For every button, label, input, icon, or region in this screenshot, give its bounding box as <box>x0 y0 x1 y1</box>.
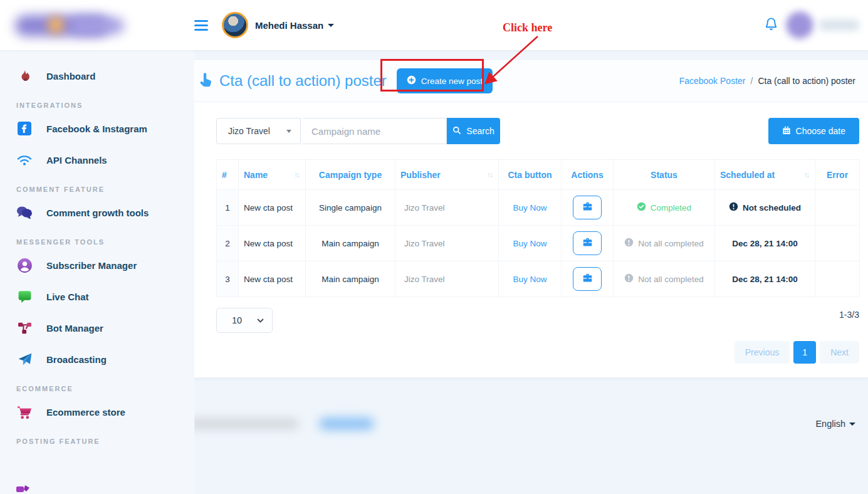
breadcrumb-facebook-poster[interactable]: Facebook Poster <box>679 76 746 86</box>
status-badge: Not all completed <box>638 275 703 284</box>
page-title: Cta (call to action) poster <box>219 72 387 90</box>
app-logo[interactable] <box>13 8 132 43</box>
cell-scheduled-at: Not scheduled <box>715 190 815 226</box>
sidebar-item-comment-growth-tools[interactable]: Comment growth tools <box>0 197 194 228</box>
cell-error <box>815 190 860 226</box>
column-header-actions: Actions <box>562 160 614 190</box>
page-size-select[interactable]: 10 <box>216 308 273 333</box>
cart-icon <box>16 404 33 420</box>
footer-link-blurred <box>319 418 374 430</box>
sidebar-section-ecommerce: ECOMMERCE <box>0 385 194 392</box>
sidebar-item-facebook-instagram[interactable]: Facebook & Instagram <box>0 113 194 144</box>
search-icon <box>452 126 461 137</box>
sidebar-item-bot-manager[interactable]: Bot Manager <box>0 312 194 344</box>
briefcase-icon <box>582 237 593 250</box>
cell-campaign-type: Main campaign <box>306 261 395 297</box>
page-header: Cta (call to action) poster Create new p… <box>194 60 868 102</box>
chevron-down-icon <box>328 24 334 27</box>
column-header-name[interactable]: Name↑↓ <box>239 160 306 190</box>
sidebar-item-label: Broadcasting <box>46 354 107 365</box>
sidebar-section-messenger-tools: MESSENGER TOOLS <box>0 238 194 246</box>
cell-num: 1 <box>217 190 239 226</box>
sidebar-item-ecommerce-store[interactable]: Ecommerce store <box>0 396 194 428</box>
column-header-publisher[interactable]: Publisher↑↓ <box>395 160 499 190</box>
cell-num: 2 <box>217 226 239 261</box>
next-page-button[interactable]: Next <box>820 341 859 364</box>
sidebar-item-subscriber-manager[interactable]: Subscriber Manager <box>0 250 194 281</box>
sidebar-item-label: Bot Manager <box>46 323 103 334</box>
sidebar: Dashboard INTEGRATIONS Facebook & Instag… <box>0 50 194 494</box>
publisher-select[interactable]: Jizo Travel <box>216 118 301 144</box>
sidebar-item-partial-icon <box>16 485 32 494</box>
table-header-row: # Name↑↓ Campaign type Publisher↑↓ Cta b… <box>217 160 860 190</box>
table-row: 1 New cta post Single campaign Jizo Trav… <box>217 190 860 226</box>
check-circle-icon <box>637 202 646 213</box>
hamburger-icon[interactable] <box>194 20 208 31</box>
calendar-icon <box>782 126 791 137</box>
breadcrumb-separator: / <box>750 76 753 86</box>
chat-bubble-icon <box>16 289 33 305</box>
search-button-label: Search <box>466 126 494 136</box>
cell-name: New cta post <box>239 226 306 261</box>
create-new-post-button[interactable]: Create new post <box>397 68 493 93</box>
exclamation-circle-icon <box>729 202 738 213</box>
pagination: Previous 1 Next <box>216 341 859 364</box>
campaign-name-input[interactable] <box>303 118 447 144</box>
user-name-blurred <box>818 19 860 31</box>
paper-plane-icon <box>16 352 33 367</box>
sort-icon: ↑↓ <box>803 171 808 179</box>
sidebar-item-dashboard[interactable]: Dashboard <box>0 60 194 92</box>
cell-error <box>815 226 860 261</box>
cell-status: Completed <box>614 190 715 226</box>
avatar[interactable] <box>786 11 813 39</box>
page-size-value: 10 <box>232 315 242 325</box>
posts-table: # Name↑↓ Campaign type Publisher↑↓ Cta b… <box>216 159 860 297</box>
scheduled-label: Dec 28, 21 14:00 <box>732 275 797 284</box>
choose-date-label: Choose date <box>796 126 845 136</box>
choose-date-button[interactable]: Choose date <box>768 118 859 144</box>
cell-publisher: Jizo Travel <box>395 226 499 261</box>
table-meta-row: 10 1-3/3 <box>216 308 859 333</box>
language-value: English <box>815 419 845 429</box>
sidebar-section-comment-feature: COMMENT FEATURE <box>0 186 194 193</box>
chevron-down-icon <box>286 130 291 133</box>
briefcase-action-button[interactable] <box>573 196 602 219</box>
hand-pointer-icon <box>198 71 214 91</box>
cell-campaign-type: Main campaign <box>306 226 395 261</box>
scheduled-label: Dec 28, 21 14:00 <box>732 239 797 248</box>
column-header-error: Error <box>815 160 860 190</box>
table-row: 3 New cta post Main campaign Jizo Travel… <box>217 261 860 297</box>
logo-blur-shape <box>70 18 124 34</box>
sidebar-item-api-channels[interactable]: API Channels <box>0 144 194 176</box>
sidebar-section-integrations: INTEGRATIONS <box>0 102 194 109</box>
cell-status: Not all completed <box>614 261 715 297</box>
cell-cta-button: Buy Now <box>499 190 562 226</box>
bell-icon[interactable] <box>764 16 778 34</box>
column-label: Name <box>244 170 268 180</box>
cell-cta-button: Buy Now <box>499 261 562 297</box>
search-button[interactable]: Search <box>447 118 500 144</box>
buy-now-link[interactable]: Buy Now <box>513 203 546 213</box>
flame-icon <box>16 68 33 83</box>
cell-campaign-type: Single campaign <box>306 190 395 226</box>
chevron-down-icon <box>849 423 855 426</box>
buy-now-link[interactable]: Buy Now <box>513 239 546 248</box>
column-header-scheduled-at[interactable]: Scheduled at↑↓ <box>715 160 815 190</box>
sidebar-item-label: Live Chat <box>46 292 89 302</box>
posts-card: Jizo Travel Search Choose date <box>194 102 868 377</box>
language-select[interactable]: English <box>815 419 855 429</box>
create-new-post-label: Create new post <box>421 76 483 86</box>
previous-page-button[interactable]: Previous <box>735 341 790 364</box>
user-menu[interactable]: Mehedi Hassan <box>222 12 334 38</box>
sidebar-item-broadcasting[interactable]: Broadcasting <box>0 344 194 375</box>
briefcase-action-button[interactable] <box>573 267 602 291</box>
page-1-button[interactable]: 1 <box>793 341 816 364</box>
briefcase-action-button[interactable] <box>573 231 602 255</box>
sidebar-item-live-chat[interactable]: Live Chat <box>0 281 194 312</box>
buy-now-link[interactable]: Buy Now <box>513 275 546 284</box>
column-header-cta-button: Cta button <box>499 160 562 190</box>
column-header-campaign-type: Campaign type <box>306 160 395 190</box>
footer-text-blurred <box>189 418 299 430</box>
sidebar-item-label: Dashboard <box>46 71 95 81</box>
user-name: Mehedi Hassan <box>255 20 323 31</box>
